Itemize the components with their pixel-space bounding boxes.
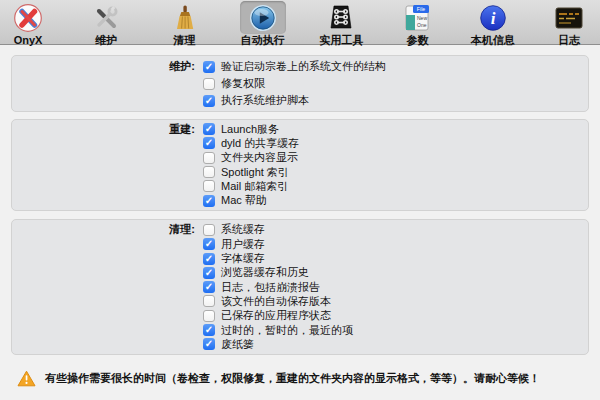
checkbox[interactable] [203, 267, 215, 279]
checkbox-label[interactable]: 文件夹内容显示 [221, 150, 298, 165]
svg-text:File: File [417, 6, 425, 12]
toolbar-item-label: 实用工具 [319, 34, 363, 46]
checkbox-row: 文件夹内容显示 [12, 151, 588, 165]
warning-triangle-icon [17, 370, 36, 387]
checkbox-row: dyld 的共享缓存 [12, 136, 588, 150]
section-title-rebuild: 重建: [12, 122, 195, 137]
main-toolbar: OnyX 维护 清理 [0, 0, 600, 45]
warning-text: 有些操作需要很长的时间（卷检查，权限修复，重建的文件夹内容的显示格式，等等）。请… [45, 371, 540, 386]
checkbox-row: 废纸篓 [12, 337, 588, 351]
checkbox[interactable] [203, 195, 215, 207]
checkbox-label[interactable]: 执行系统维护脚本 [221, 93, 309, 108]
toolbar-item-onyx[interactable]: OnyX [5, 1, 51, 46]
checkbox[interactable] [203, 180, 215, 192]
tools-icon [83, 1, 129, 34]
checkbox-row: Mac 帮助 [12, 193, 588, 207]
onyx-logo-icon [5, 1, 51, 34]
checkbox[interactable] [203, 238, 215, 250]
svg-text:One: One [417, 21, 427, 27]
checkbox-label[interactable]: Launch服务 [221, 122, 279, 137]
maintenance-box: 维护: 验证启动宗卷上的系统文件的结构 修复权限 执行系统维护脚本 [11, 55, 589, 112]
toolbar-item-label: OnyX [14, 34, 43, 46]
toolbar-item-label: 参数 [406, 34, 428, 46]
checkbox[interactable] [203, 78, 215, 90]
checkbox-row: 维护: 验证启动宗卷上的系统文件的结构 [12, 58, 588, 75]
checkbox[interactable] [203, 224, 215, 236]
checkbox-label[interactable]: 字体缓存 [221, 251, 265, 266]
checkbox-label[interactable]: 废纸篓 [221, 337, 254, 352]
checkbox[interactable] [203, 166, 215, 178]
checkbox-label[interactable]: Mail 邮箱索引 [221, 179, 288, 194]
checkbox[interactable] [203, 295, 215, 307]
checkbox-row: 过时的，暂时的，最近的项 [12, 323, 588, 337]
toolbar-item-parameters[interactable]: File New One 参数 [396, 1, 438, 46]
toolbar-item-utilities[interactable]: 实用工具 [318, 1, 364, 46]
toolbar-item-maintenance[interactable]: 维护 [83, 1, 129, 46]
checkbox-label[interactable]: 已保存的应用程序状态 [221, 308, 331, 323]
checkbox[interactable] [203, 123, 215, 135]
rebuild-box: 重建: Launch服务 dyld 的共享缓存 文件夹内容显示 Spotligh… [11, 119, 589, 211]
checkbox[interactable] [203, 137, 215, 149]
toolbar-item-cleaning[interactable]: 清理 [162, 1, 208, 46]
toolbar-item-label: 清理 [174, 34, 196, 46]
checkbox-row: 执行系统维护脚本 [12, 92, 588, 109]
toolbox-icon [318, 1, 364, 34]
checkbox-row: 已保存的应用程序状态 [12, 309, 588, 323]
section-title-maintenance: 维护: [12, 59, 195, 74]
checkbox[interactable] [203, 324, 215, 336]
checkbox-label[interactable]: 修复权限 [221, 76, 265, 91]
checkbox-label[interactable]: 日志，包括崩溃报告 [221, 280, 320, 295]
toolbar-item-automation[interactable]: 自动执行 [240, 1, 286, 46]
checkbox[interactable] [203, 338, 215, 350]
checkbox-label[interactable]: 用户缓存 [221, 237, 265, 252]
automation-pane: 维护: 验证启动宗卷上的系统文件的结构 修复权限 执行系统维护脚本 重建: La… [0, 45, 600, 394]
checkbox-row: 修复权限 [12, 75, 588, 92]
toolbar-item-label: 自动执行 [241, 34, 285, 46]
checkbox-label[interactable]: dyld 的共享缓存 [221, 136, 299, 151]
checkbox-row: Spotlight 索引 [12, 165, 588, 179]
checkbox-label[interactable]: Spotlight 索引 [221, 165, 289, 180]
checkbox[interactable] [203, 253, 215, 265]
checkbox-label[interactable]: 过时的，暂时的，最近的项 [221, 323, 353, 338]
broom-icon [162, 1, 208, 34]
checkbox-row: 重建: Launch服务 [12, 122, 588, 136]
section-title-cleaning: 清理: [12, 222, 195, 237]
checkbox-row: 该文件的自动保存版本 [12, 294, 588, 308]
info-icon: i [471, 1, 515, 34]
checkbox[interactable] [203, 61, 215, 73]
checkbox-label[interactable]: 验证启动宗卷上的系统文件的结构 [221, 59, 386, 74]
toolbar-item-label: 本机信息 [471, 34, 515, 46]
toolbar-item-label: 日志 [558, 34, 580, 46]
checkbox-row: 日志，包括崩溃报告 [12, 280, 588, 294]
checkbox-row: 字体缓存 [12, 251, 588, 265]
log-terminal-icon [547, 1, 591, 34]
checkbox[interactable] [203, 281, 215, 293]
toolbar-item-logs[interactable]: 日志 [547, 1, 591, 46]
status-warning-bar: 有些操作需要很长的时间（卷检查，权限修复，重建的文件夹内容的显示格式，等等）。请… [0, 362, 600, 394]
checkbox-row: 浏览器缓存和历史 [12, 266, 588, 280]
checkbox[interactable] [203, 152, 215, 164]
checkbox[interactable] [203, 95, 215, 107]
menu-settings-icon: File New One [396, 1, 438, 34]
toolbar-item-label: 维护 [95, 34, 117, 46]
play-icon [240, 1, 286, 34]
checkbox[interactable] [203, 310, 215, 322]
checkbox-label[interactable]: Mac 帮助 [221, 193, 267, 208]
checkbox-label[interactable]: 系统缓存 [221, 222, 265, 237]
checkbox-label[interactable]: 浏览器缓存和历史 [221, 265, 309, 280]
checkbox-row: 清理: 系统缓存 [12, 223, 588, 237]
checkbox-row: 用户缓存 [12, 237, 588, 251]
toolbar-item-info[interactable]: i 本机信息 [471, 1, 515, 46]
svg-text:New: New [417, 15, 427, 21]
checkbox-row: Mail 邮箱索引 [12, 179, 588, 193]
checkbox-label[interactable]: 该文件的自动保存版本 [221, 294, 331, 309]
cleaning-box: 清理: 系统缓存 用户缓存 字体缓存 浏览器缓存和历史 日志，包括崩溃报告 [11, 219, 589, 356]
svg-text:i: i [490, 9, 495, 28]
